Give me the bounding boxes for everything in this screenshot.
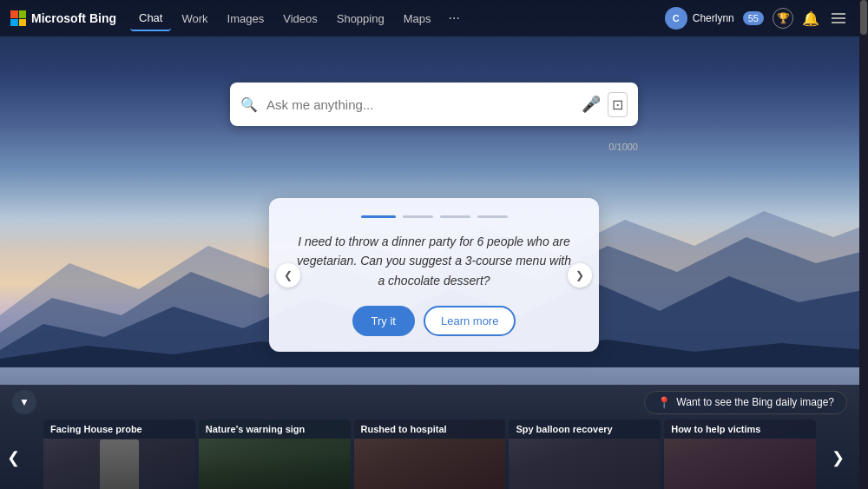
news-card-title-4: Spy balloon recovery	[509, 420, 661, 439]
dot-1[interactable]	[361, 215, 396, 218]
card-next-button[interactable]: ❯	[568, 263, 592, 287]
bottom-area: ▼ 📍 Want to see the Bing daily image? ❮ …	[0, 385, 859, 489]
collapse-button[interactable]: ▼	[12, 390, 36, 414]
menu-line-2	[832, 17, 845, 19]
notifications-icon[interactable]: 🔔	[802, 10, 819, 27]
logo-area[interactable]: Microsoft Bing	[10, 10, 116, 26]
news-card-title-2: Nature's warning sign	[199, 420, 351, 439]
person-silhouette	[100, 439, 139, 489]
news-next-arrow[interactable]: ❯	[825, 420, 851, 489]
news-card-title-3: Rushed to hospital	[354, 420, 506, 439]
nav-videos[interactable]: Videos	[274, 7, 326, 30]
logo-blue	[10, 19, 18, 27]
microsoft-logo	[10, 10, 26, 26]
scrollbar-thumb[interactable]	[860, 0, 867, 35]
scrollbar[interactable]	[859, 0, 868, 489]
avatar: C	[665, 7, 687, 30]
card-dots	[295, 215, 573, 218]
user-name: Cherlynn	[693, 12, 734, 24]
suggestion-card: ❮ ❯ I need to throw a dinner party for 6…	[269, 198, 599, 352]
menu-line-1	[832, 13, 845, 15]
menu-icon[interactable]	[828, 10, 849, 27]
news-card-title-5: How to help victims	[664, 420, 816, 439]
nav-shopping[interactable]: Shopping	[328, 7, 393, 30]
reward-icon[interactable]: 🏆	[773, 8, 793, 29]
nav-more-button[interactable]: ···	[441, 7, 466, 30]
header-right: C Cherlynn 55 🏆 🔔	[665, 7, 849, 30]
search-section: 🔍 🎤 ⊡ 0/1000	[230, 83, 638, 126]
try-it-button[interactable]: Try it	[352, 306, 415, 336]
news-card-title-1: Facing House probe	[43, 420, 195, 439]
news-card-5[interactable]: How to help victims	[664, 420, 816, 489]
logo-yellow	[19, 19, 27, 27]
dot-4[interactable]	[477, 215, 508, 218]
user-info[interactable]: C Cherlynn	[665, 7, 734, 30]
card-buttons: Try it Learn more	[295, 306, 573, 336]
nav-images[interactable]: Images	[219, 7, 273, 30]
search-counter: 0/1000	[608, 142, 638, 152]
learn-more-button[interactable]: Learn more	[424, 306, 516, 336]
daily-image-button[interactable]: 📍 Want to see the Bing daily image?	[644, 391, 847, 414]
location-icon: 📍	[657, 396, 671, 409]
img-overlay	[199, 453, 351, 489]
header: Microsoft Bing Chat Work Images Videos S…	[0, 0, 859, 36]
dot-3[interactable]	[440, 215, 470, 218]
news-card-3[interactable]: Rushed to hospital	[354, 420, 506, 489]
nav-work[interactable]: Work	[173, 7, 216, 30]
search-icon: 🔍	[240, 96, 258, 113]
logo-red	[10, 10, 18, 18]
nav-bar: Chat Work Images Videos Shopping Maps ··…	[130, 6, 658, 31]
news-section: ❮ Facing House probe Nature's warning si…	[0, 420, 859, 489]
news-cards: Facing House probe Nature's warning sign…	[0, 420, 859, 489]
news-card-2[interactable]: Nature's warning sign	[199, 420, 351, 489]
nav-chat[interactable]: Chat	[130, 6, 171, 31]
points-badge[interactable]: 55	[743, 11, 764, 25]
card-prev-button[interactable]: ❮	[276, 263, 300, 287]
camera-icon[interactable]: ⊡	[608, 92, 628, 117]
menu-line-3	[832, 22, 845, 23]
news-prev-arrow[interactable]: ❮	[0, 420, 26, 489]
news-card-4[interactable]: Spy balloon recovery	[509, 420, 661, 489]
daily-image-label: Want to see the Bing daily image?	[676, 396, 834, 408]
card-arrows: ❮ ❯	[269, 263, 599, 287]
search-box: 🔍 🎤 ⊡	[230, 83, 638, 126]
voice-icon[interactable]: 🎤	[578, 91, 604, 117]
logo-text: Microsoft Bing	[31, 11, 116, 25]
search-input[interactable]	[266, 97, 578, 112]
news-card-1[interactable]: Facing House probe	[43, 420, 195, 489]
logo-green	[19, 10, 27, 18]
dot-2[interactable]	[403, 215, 433, 218]
nav-maps[interactable]: Maps	[395, 7, 440, 30]
bottom-controls: ▼ 📍 Want to see the Bing daily image?	[0, 385, 859, 420]
